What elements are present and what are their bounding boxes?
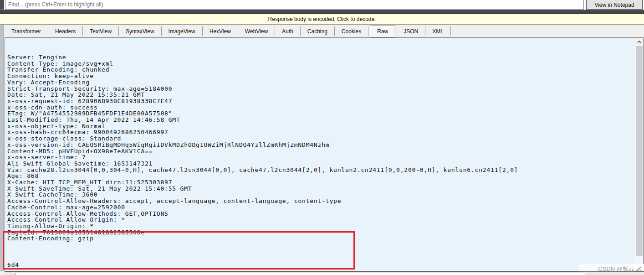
header-line: Date: Sat, 21 May 2022 15:35:21 GMT <box>7 92 633 98</box>
tab-raw[interactable]: Raw <box>370 26 395 37</box>
decode-notification-banner[interactable]: Response body is encoded. Click to decod… <box>0 13 644 25</box>
header-line: Ali-Swift-Global-Savetime: 1653147321 <box>7 161 633 167</box>
raw-response-view[interactable]: Server: TengineContent-Type: image/svg+x… <box>5 37 644 271</box>
header-line: x-oss-cdn-auth: success <box>7 104 633 111</box>
tab-imageview[interactable]: ImageView <box>162 26 203 36</box>
tab-cookies[interactable]: Cookies <box>335 26 368 36</box>
header-line: ETag: W/"A4754552989DFB45FDF1E4DE00A5750… <box>7 110 633 117</box>
header-line: Access-Control-Allow-Methods: GET,OPTION… <box>7 211 633 217</box>
next-panel-input-sliver <box>15 273 585 275</box>
raw-response-text: Server: TengineContent-Type: image/svg+x… <box>7 41 633 271</box>
tab-headers[interactable]: Headers <box>48 26 83 36</box>
left-panel-edge <box>0 0 4 271</box>
tab-webview[interactable]: WebView <box>238 26 275 36</box>
header-line: Last-Modified: Thu, 14 Apr 2022 14:46:58… <box>7 117 633 123</box>
header-line: Access-Control-Allow-Origin: * <box>7 217 633 223</box>
header-line: Cache-Control: max-age=2592000 <box>7 204 633 211</box>
header-line: Server: Tengine <box>7 54 633 61</box>
decode-banner-text: Response body is encoded. Click to decod… <box>268 16 376 22</box>
header-line: Connection: keep-alive <box>7 73 633 79</box>
header-line: Vary: Accept-Encoding <box>7 79 633 86</box>
tab-hexview[interactable]: HexView <box>203 26 238 36</box>
scrollbar-up-button[interactable] <box>635 38 643 46</box>
tab-json[interactable]: JSON <box>397 26 425 36</box>
panel-splitter <box>0 10 644 13</box>
header-line: X-Swift-SaveTime: Sat, 21 May 2022 15:40… <box>7 186 633 192</box>
tab-syntaxview[interactable]: SyntaxView <box>119 26 161 36</box>
chunk-size-line: 6d4 <box>7 262 633 268</box>
header-line: x-oss-hash-crc64ecma: 990049268625046699… <box>7 129 633 135</box>
pen-signature-icon <box>635 266 642 272</box>
chevron-up-icon <box>637 41 641 43</box>
header-line: Age: 868 <box>7 173 633 179</box>
tab-auth[interactable]: Auth <box>275 26 301 36</box>
header-line: EagleId: 7013009a16531481892585508e <box>7 229 633 236</box>
header-line: Transfer-Encoding: chunked <box>7 67 633 73</box>
next-panel-edge <box>5 271 644 275</box>
view-in-notepad-button[interactable]: View in Notepad <box>586 0 643 10</box>
tab-transformer[interactable]: Transformer <box>5 26 48 36</box>
header-line: Content-MD5: pHVFUpid+OX98eTeAKV1CA== <box>7 148 633 155</box>
header-line <box>7 242 633 248</box>
tab-textview[interactable]: TextView <box>83 26 119 36</box>
header-line: x-oss-version-id: CAEQSRiBgMDHq5WigRgiID… <box>7 142 633 148</box>
header-line: X-Cache: HIT TCP_MEM_HIT dirn:11:5253038… <box>7 179 633 186</box>
header-line: x-oss-object-type: Normal <box>7 123 633 130</box>
header-line: Via: cache28.l2cn3044[0,0,304-0,H], cach… <box>7 167 633 173</box>
header-line: x-oss-server-time: 7 <box>7 154 633 161</box>
find-bar: View in Notepad <box>5 0 644 10</box>
header-line: Timing-Allow-Origin: * <box>7 223 633 229</box>
vertical-scrollbar[interactable] <box>635 38 643 271</box>
header-line: x-oss-request-id: 628906B93BC81938338C7E… <box>7 98 633 104</box>
tab-xml[interactable]: XML <box>425 26 451 36</box>
fiddler-response-inspector: View in Notepad Response body is encoded… <box>0 0 644 275</box>
find-input[interactable] <box>5 0 584 10</box>
inspector-tab-strip: TransformerHeadersTextViewSyntaxViewImag… <box>5 25 644 37</box>
header-line: x-oss-storage-class: Standard <box>7 135 633 142</box>
tab-caching[interactable]: Caching <box>301 26 335 36</box>
header-line: Content-Type: image/svg+xml <box>7 61 633 67</box>
scrollbar-thumb[interactable] <box>636 46 643 256</box>
header-line: Access-Control-Allow-Headers: accept, ac… <box>7 198 633 204</box>
response-header-lines: Server: TengineContent-Type: image/svg+x… <box>7 54 633 248</box>
header-line: X-Swift-CacheTime: 3600 <box>7 192 633 198</box>
header-line: Strict-Transport-Security: max-age=51840… <box>7 86 633 92</box>
header-line: Content-Encoding: gzip <box>7 235 633 242</box>
